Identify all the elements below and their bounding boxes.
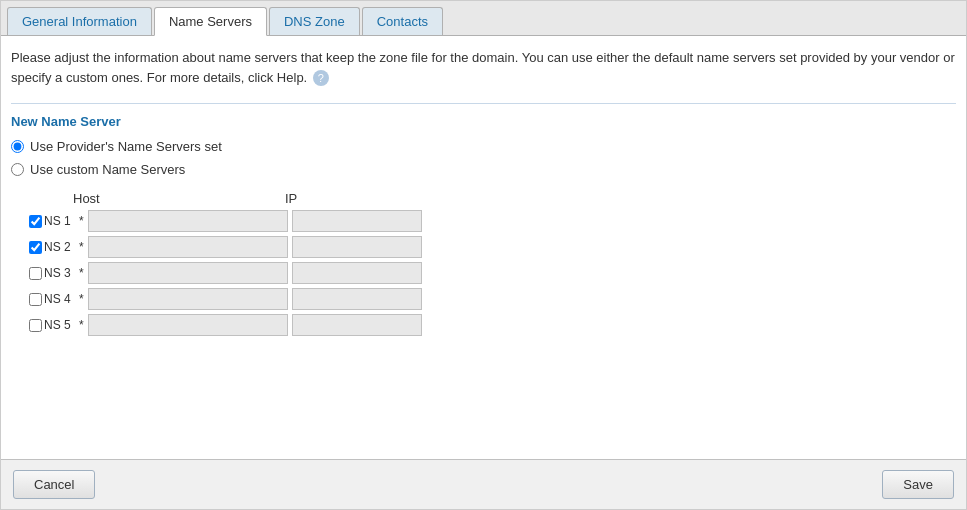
ns3-ip-input[interactable]	[292, 262, 422, 284]
ns5-label: NS 5	[44, 318, 71, 332]
ns2-required: *	[79, 240, 84, 254]
col-host-label: Host	[73, 191, 273, 206]
ns3-label: NS 3	[44, 266, 71, 280]
col-ip-label: IP	[285, 191, 415, 206]
ns-header-row: Host IP	[29, 191, 956, 206]
ns-row-3: NS 3 *	[29, 262, 956, 284]
radio-custom-label[interactable]: Use custom Name Servers	[11, 162, 956, 177]
ns4-ip-input[interactable]	[292, 288, 422, 310]
section-divider	[11, 103, 956, 104]
ns1-label: NS 1	[44, 214, 71, 228]
help-icon[interactable]: ?	[313, 70, 329, 86]
section-title: New Name Server	[11, 114, 956, 129]
ns1-checkbox-label[interactable]: NS 1	[29, 214, 75, 228]
tabs-bar: General Information Name Servers DNS Zon…	[1, 1, 966, 36]
tab-general[interactable]: General Information	[7, 7, 152, 35]
ns1-checkbox[interactable]	[29, 215, 42, 228]
radio-group: Use Provider's Name Servers set Use cust…	[11, 139, 956, 177]
tab-dnszone[interactable]: DNS Zone	[269, 7, 360, 35]
ns5-checkbox-label[interactable]: NS 5	[29, 318, 75, 332]
page-wrapper: General Information Name Servers DNS Zon…	[0, 0, 967, 510]
radio-provider-text: Use Provider's Name Servers set	[30, 139, 222, 154]
ns4-required: *	[79, 292, 84, 306]
ns2-ip-input[interactable]	[292, 236, 422, 258]
ns5-required: *	[79, 318, 84, 332]
ns3-checkbox[interactable]	[29, 267, 42, 280]
ns5-checkbox[interactable]	[29, 319, 42, 332]
radio-provider-label[interactable]: Use Provider's Name Servers set	[11, 139, 956, 154]
tab-nameservers[interactable]: Name Servers	[154, 7, 267, 36]
ns-row-5: NS 5 *	[29, 314, 956, 336]
ns3-required: *	[79, 266, 84, 280]
ns-row-1: NS 1 *	[29, 210, 956, 232]
radio-custom-text: Use custom Name Servers	[30, 162, 185, 177]
radio-provider[interactable]	[11, 140, 24, 153]
ns1-host-input[interactable]	[88, 210, 288, 232]
cancel-button[interactable]: Cancel	[13, 470, 95, 499]
ns1-required: *	[79, 214, 84, 228]
bottom-bar: Cancel Save	[1, 459, 966, 509]
ns2-host-input[interactable]	[88, 236, 288, 258]
ns4-host-input[interactable]	[88, 288, 288, 310]
save-button[interactable]: Save	[882, 470, 954, 499]
ns3-host-input[interactable]	[88, 262, 288, 284]
ns4-checkbox[interactable]	[29, 293, 42, 306]
ns5-host-input[interactable]	[88, 314, 288, 336]
ns4-label: NS 4	[44, 292, 71, 306]
radio-custom[interactable]	[11, 163, 24, 176]
ns-table-area: Host IP NS 1 * NS 2 *	[29, 191, 956, 340]
ns3-checkbox-label[interactable]: NS 3	[29, 266, 75, 280]
ns1-ip-input[interactable]	[292, 210, 422, 232]
ns-row-4: NS 4 *	[29, 288, 956, 310]
ns2-label: NS 2	[44, 240, 71, 254]
ns2-checkbox[interactable]	[29, 241, 42, 254]
tab-contacts[interactable]: Contacts	[362, 7, 443, 35]
ns4-checkbox-label[interactable]: NS 4	[29, 292, 75, 306]
ns-row-2: NS 2 *	[29, 236, 956, 258]
ns2-checkbox-label[interactable]: NS 2	[29, 240, 75, 254]
content-area: Please adjust the information about name…	[1, 36, 966, 459]
ns5-ip-input[interactable]	[292, 314, 422, 336]
description-text: Please adjust the information about name…	[11, 48, 956, 87]
